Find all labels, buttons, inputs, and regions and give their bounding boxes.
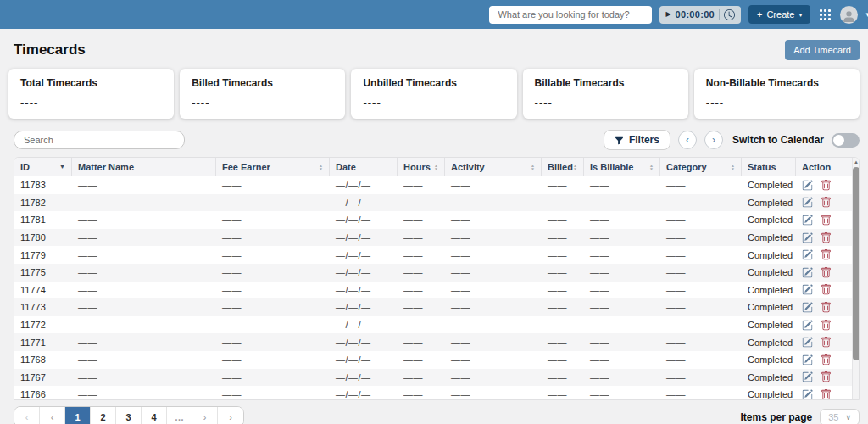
- card-value: ----: [535, 97, 676, 109]
- edit-icon[interactable]: [802, 354, 813, 365]
- edit-icon[interactable]: [802, 197, 813, 208]
- global-search-input[interactable]: [489, 6, 652, 24]
- page-3-button[interactable]: 3: [116, 407, 142, 424]
- delete-icon[interactable]: [821, 267, 832, 278]
- edit-icon[interactable]: [802, 337, 813, 348]
- cell-action: [796, 232, 852, 243]
- cell-date: —/—/—: [330, 285, 398, 295]
- table-row[interactable]: 11783—————/—/———————————Completed: [14, 176, 852, 194]
- delete-icon[interactable]: [821, 302, 832, 313]
- cell-billed: ——: [542, 320, 584, 330]
- add-timecard-button[interactable]: Add Timecard: [785, 40, 860, 60]
- cell-date: —/—/—: [330, 215, 398, 225]
- column-label: Action: [802, 162, 831, 172]
- table-row[interactable]: 11779—————/—/———————————Completed: [14, 246, 852, 264]
- edit-icon[interactable]: [802, 215, 813, 226]
- search-input[interactable]: [14, 131, 185, 149]
- person-icon: [842, 9, 856, 24]
- column-header-hours[interactable]: Hours▲▼: [398, 158, 445, 176]
- sort-updown-icon[interactable]: ▲▼: [319, 164, 323, 170]
- cell-is-billable: ——: [584, 302, 660, 312]
- table-row[interactable]: 11775—————/—/———————————Completed: [14, 264, 852, 282]
- edit-icon[interactable]: [802, 302, 813, 313]
- first-page-button[interactable]: ‹: [14, 407, 40, 424]
- next-period-button[interactable]: ›: [704, 131, 723, 149]
- scroll-up-icon[interactable]: ▲: [854, 159, 859, 165]
- table-row[interactable]: 11780—————/—/———————————Completed: [14, 229, 852, 247]
- delete-icon[interactable]: [821, 389, 832, 400]
- items-per-page-label: Items per page: [740, 411, 812, 423]
- last-page-button[interactable]: ›: [218, 407, 243, 424]
- cell-fee-earner: ——: [216, 250, 330, 260]
- sort-updown-icon[interactable]: ▲▼: [531, 164, 535, 170]
- delete-icon[interactable]: [821, 249, 832, 260]
- next-page-button[interactable]: ›: [192, 407, 218, 424]
- column-header-billed[interactable]: Billed▲▼: [542, 158, 584, 176]
- delete-icon[interactable]: [821, 337, 832, 348]
- delete-icon[interactable]: [821, 354, 832, 365]
- delete-icon[interactable]: [821, 232, 832, 243]
- clock-icon[interactable]: [724, 9, 735, 20]
- column-header-is-billable[interactable]: Is Billable▲▼: [584, 158, 660, 176]
- user-avatar[interactable]: [840, 6, 858, 24]
- edit-icon[interactable]: [802, 232, 813, 243]
- column-header-activity[interactable]: Activity▲▼: [445, 158, 542, 176]
- page-2-button[interactable]: 2: [91, 407, 116, 424]
- table-row[interactable]: 11766—————/—/———————————Completed: [14, 386, 852, 400]
- play-icon[interactable]: ▶: [665, 11, 670, 18]
- table-row[interactable]: 11771—————/—/———————————Completed: [14, 333, 852, 351]
- delete-icon[interactable]: [821, 180, 832, 191]
- cell-is-billable: ——: [584, 250, 660, 260]
- table-scrollbar[interactable]: ▲: [852, 158, 860, 399]
- edit-icon[interactable]: [802, 180, 813, 191]
- delete-icon[interactable]: [821, 197, 832, 208]
- table-row[interactable]: 11772—————/—/———————————Completed: [14, 316, 852, 334]
- table-row[interactable]: 11767—————/—/———————————Completed: [14, 369, 852, 387]
- sort-updown-icon[interactable]: ▲▼: [573, 164, 577, 170]
- prev-page-button[interactable]: ‹: [40, 407, 65, 424]
- column-header-id[interactable]: ID▼: [14, 158, 72, 176]
- column-header-status: Status: [742, 158, 796, 176]
- column-label: Fee Earner: [222, 162, 270, 172]
- edit-icon[interactable]: [802, 320, 813, 331]
- delete-icon[interactable]: [821, 284, 832, 295]
- sort-updown-icon[interactable]: ▲▼: [731, 164, 735, 170]
- table-row[interactable]: 11782—————/—/———————————Completed: [14, 194, 852, 212]
- edit-icon[interactable]: [802, 249, 813, 260]
- edit-icon[interactable]: [802, 267, 813, 278]
- edit-icon[interactable]: [802, 284, 813, 295]
- page-1-button[interactable]: 1: [65, 407, 91, 424]
- page-4-button[interactable]: 4: [142, 407, 167, 424]
- create-button[interactable]: + Create ▾: [748, 5, 810, 24]
- sort-updown-icon[interactable]: ▲▼: [434, 164, 438, 170]
- edit-icon[interactable]: [802, 389, 813, 400]
- cell-matter-name: ——: [72, 198, 216, 208]
- cell-action: [796, 197, 852, 208]
- column-header-category[interactable]: Category▲▼: [660, 158, 742, 176]
- cell-activity: ——: [445, 232, 542, 243]
- cell-id: 11782: [14, 198, 72, 208]
- table-row[interactable]: 11781—————/—/———————————Completed: [14, 211, 852, 229]
- calendar-toggle[interactable]: [832, 133, 860, 148]
- apps-grid-icon[interactable]: [820, 9, 831, 20]
- cell-status: Completed: [742, 250, 796, 260]
- edit-icon[interactable]: [802, 371, 813, 382]
- sort-caret-icon[interactable]: ▼: [59, 164, 65, 170]
- chevron-down-icon: ▾: [798, 11, 802, 19]
- delete-icon[interactable]: [821, 371, 832, 382]
- filters-button[interactable]: Filters: [604, 130, 670, 150]
- table-row[interactable]: 11768—————/—/———————————Completed: [14, 351, 852, 369]
- column-header-fee-earner[interactable]: Fee Earner▲▼: [216, 158, 330, 176]
- table-row[interactable]: 11773—————/—/———————————Completed: [14, 298, 852, 316]
- scrollbar-thumb[interactable]: [853, 167, 860, 360]
- prev-period-button[interactable]: ‹: [678, 131, 697, 149]
- sort-updown-icon[interactable]: ▲▼: [649, 164, 654, 170]
- delete-icon[interactable]: [821, 215, 832, 226]
- timer-widget[interactable]: ▶ 00:00:00: [659, 6, 741, 24]
- delete-icon[interactable]: [821, 320, 832, 331]
- cell-billed: ——: [542, 215, 584, 225]
- cell-hours: ——: [398, 250, 445, 260]
- table-row[interactable]: 11774—————/—/———————————Completed: [14, 282, 852, 299]
- cell-category: ——: [660, 250, 742, 260]
- items-per-page-select[interactable]: 35 ∨: [820, 409, 860, 424]
